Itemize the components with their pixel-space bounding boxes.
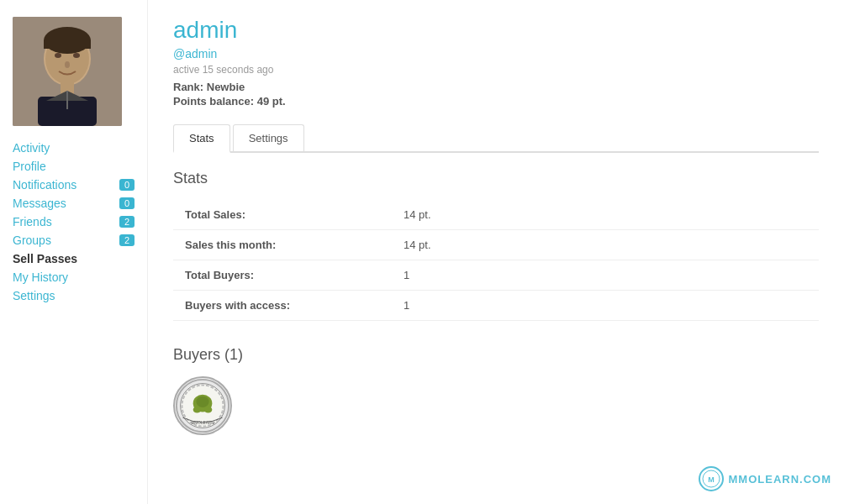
watermark-text: MMOLEARN.COM xyxy=(729,473,832,486)
profile-username: admin xyxy=(173,17,819,44)
svg-point-16 xyxy=(193,407,201,413)
stats-label: Sales this month: xyxy=(173,230,392,260)
watermark-icon: M xyxy=(699,466,724,491)
svg-text:M: M xyxy=(708,475,715,484)
svg-point-5 xyxy=(55,53,61,58)
sidebar-nav-link[interactable]: Sell Passes xyxy=(13,252,77,265)
avatar xyxy=(13,17,122,126)
nav-badge: 2 xyxy=(119,234,135,246)
stats-section: Stats Total Sales:14 pt.Sales this month… xyxy=(173,170,819,321)
main-content: admin @admin active 15 seconds ago Rank:… xyxy=(147,0,844,504)
stats-title: Stats xyxy=(173,170,819,187)
sidebar-nav-item: My History xyxy=(13,270,135,284)
svg-point-6 xyxy=(73,53,80,58)
profile-points: Points balance: 49 pt. xyxy=(173,95,819,108)
sidebar-nav-item: Settings xyxy=(13,289,135,302)
svg-point-15 xyxy=(196,396,208,407)
nav-badge: 0 xyxy=(119,197,135,209)
stats-table: Total Sales:14 pt.Sales this month:14 pt… xyxy=(173,200,819,321)
profile-header: admin @admin active 15 seconds ago Rank:… xyxy=(173,17,819,108)
svg-text:MMOLEARN: MMOLEARN xyxy=(191,421,214,425)
sidebar-nav-item: Activity xyxy=(13,141,135,155)
sidebar-navigation: ActivityProfileNotifications0Messages0Fr… xyxy=(13,141,135,302)
stats-row: Sales this month:14 pt. xyxy=(173,230,819,260)
profile-active-status: active 15 seconds ago xyxy=(173,64,819,76)
stats-value: 1 xyxy=(392,260,819,291)
profile-rank: Rank: Newbie xyxy=(173,81,819,93)
sidebar-nav-link[interactable]: Activity xyxy=(13,141,50,155)
svg-rect-4 xyxy=(44,40,91,49)
stats-label: Total Buyers: xyxy=(173,260,392,291)
buyer-avatar[interactable]: MMOLEARN xyxy=(173,376,232,435)
watermark: M MMOLEARN.COM xyxy=(699,466,832,491)
nav-badge: 0 xyxy=(119,179,135,191)
buyers-section: Buyers (1) MMOLEARN xyxy=(173,346,819,435)
tabs-container: Stats Settings xyxy=(173,124,819,153)
sidebar-nav-link[interactable]: Messages xyxy=(13,197,66,210)
sidebar-nav-link[interactable]: My History xyxy=(13,270,68,284)
stats-value: 1 xyxy=(392,291,819,321)
svg-point-7 xyxy=(65,61,70,68)
stats-label: Total Sales: xyxy=(173,200,392,230)
sidebar-nav-link[interactable]: Friends xyxy=(13,215,52,228)
stats-label: Buyers with access: xyxy=(173,291,392,321)
sidebar-nav-link[interactable]: Settings xyxy=(13,289,55,302)
sidebar-nav-item: Notifications0 xyxy=(13,178,135,192)
stats-value: 14 pt. xyxy=(392,200,819,230)
profile-handle: @admin xyxy=(173,47,819,60)
sidebar-nav-item: Profile xyxy=(13,160,135,173)
sidebar-nav-item: Groups2 xyxy=(13,234,135,247)
stats-row: Buyers with access:1 xyxy=(173,291,819,321)
sidebar: ActivityProfileNotifications0Messages0Fr… xyxy=(0,0,147,504)
nav-badge: 2 xyxy=(119,216,135,228)
sidebar-nav-item: Messages0 xyxy=(13,197,135,210)
sidebar-nav-link[interactable]: Profile xyxy=(13,160,46,173)
stats-row: Total Buyers:1 xyxy=(173,260,819,291)
stats-row: Total Sales:14 pt. xyxy=(173,200,819,230)
svg-point-17 xyxy=(204,407,212,413)
sidebar-nav-link[interactable]: Groups xyxy=(13,234,51,247)
sidebar-nav-item: Friends2 xyxy=(13,215,135,228)
tab-stats[interactable]: Stats xyxy=(173,124,230,153)
stats-value: 14 pt. xyxy=(392,230,819,260)
buyers-title: Buyers (1) xyxy=(173,346,819,364)
sidebar-nav-item: Sell Passes xyxy=(13,252,135,265)
tab-settings[interactable]: Settings xyxy=(233,124,304,151)
sidebar-nav-link[interactable]: Notifications xyxy=(13,178,76,192)
